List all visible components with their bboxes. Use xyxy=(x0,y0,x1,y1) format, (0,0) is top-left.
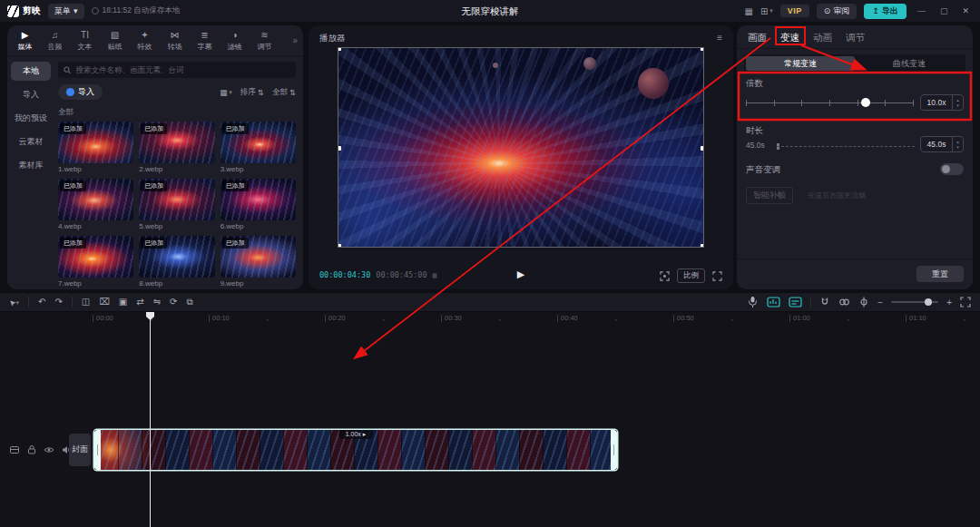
mirror-button[interactable]: ⇋ xyxy=(153,298,161,307)
timeline-zoom-slider[interactable] xyxy=(891,301,938,303)
transform-handle[interactable] xyxy=(338,244,341,248)
lock-track-icon[interactable] xyxy=(26,444,37,455)
preview-axis-toggle-icon[interactable] xyxy=(858,297,869,307)
magnet-toggle-icon[interactable] xyxy=(819,297,830,307)
curve-speed-segment[interactable]: 曲线变速 xyxy=(855,56,964,71)
normal-speed-segment[interactable]: 常规变速 xyxy=(746,56,855,71)
window-close-button[interactable]: ✕ xyxy=(958,6,973,15)
media-item[interactable]: 已添加 xyxy=(58,236,133,278)
timeline[interactable]: 00:00 00:10 00:20 00:30 00:40 00:50 01:0… xyxy=(0,312,980,527)
link-toggle-icon[interactable] xyxy=(838,297,850,307)
media-item[interactable]: 已添加 xyxy=(139,236,214,278)
stepper-down-icon[interactable]: ▾ xyxy=(956,145,959,150)
snapshot-icon[interactable] xyxy=(660,271,670,281)
media-item[interactable]: 已添加 xyxy=(139,179,214,220)
media-tab-effects[interactable]: ✦特效 xyxy=(130,30,160,52)
sort-button[interactable]: 排序⇅ xyxy=(240,87,264,98)
media-item[interactable]: 已添加 xyxy=(58,179,133,220)
video-clip[interactable]: 1.00x ▸ xyxy=(94,430,617,470)
workspace-layout-button[interactable]: ⊞▾ xyxy=(760,6,773,16)
search-input[interactable] xyxy=(76,65,290,74)
media-tab-media[interactable]: ▶媒体 xyxy=(10,30,40,52)
sidebar-item-import[interactable]: 导入 xyxy=(11,85,51,104)
preview-video[interactable] xyxy=(338,47,704,248)
split-button[interactable]: ◫ xyxy=(82,298,90,307)
undo-button[interactable]: ↶ xyxy=(38,298,45,307)
sidebar-item-cloud[interactable]: 云素材 xyxy=(11,132,51,151)
playhead[interactable] xyxy=(150,312,151,527)
audio-to-text-icon[interactable] xyxy=(767,297,780,307)
cover-button[interactable]: 封面 xyxy=(69,434,91,466)
clip-trim-handle-left[interactable] xyxy=(94,430,101,470)
sidebar-item-library[interactable]: 素材库 xyxy=(11,156,51,175)
view-mode-button[interactable]: ▦▾ xyxy=(220,88,232,97)
media-tab-adjust[interactable]: ≋调节 xyxy=(250,30,279,52)
multiplier-slider[interactable] xyxy=(746,98,913,107)
transform-handle[interactable] xyxy=(701,146,704,151)
review-button[interactable]: ⊙ 审阅 xyxy=(817,4,858,19)
stepper-up-icon[interactable]: ▴ xyxy=(956,140,959,144)
stepper-up-icon[interactable]: ▴ xyxy=(956,98,959,102)
timeline-zoom-in-button[interactable]: + xyxy=(946,298,952,307)
tab-picture[interactable]: 画面 xyxy=(748,32,767,48)
tab-animation[interactable]: 动画 xyxy=(813,32,832,48)
multiplier-stepper[interactable]: ▴▾ xyxy=(952,95,963,110)
transform-handle[interactable] xyxy=(701,244,704,248)
filter-button[interactable]: 全部⇅ xyxy=(272,87,296,98)
timeline-zoom-out-button[interactable]: − xyxy=(877,298,883,307)
transform-handle[interactable] xyxy=(338,47,341,51)
reset-button[interactable]: 重置 xyxy=(916,266,964,282)
transform-handle[interactable] xyxy=(701,47,704,51)
clip-trim-handle-right[interactable] xyxy=(611,430,617,470)
track-options-icon[interactable] xyxy=(9,444,20,455)
menu-button[interactable]: 菜单 ▾ xyxy=(48,4,84,19)
delete-button[interactable]: ⌧ xyxy=(99,298,110,307)
record-audio-icon[interactable] xyxy=(747,296,759,308)
smart-captions-icon[interactable] xyxy=(789,297,802,307)
media-item[interactable]: 已添加 xyxy=(220,236,296,278)
window-maximize-button[interactable]: ▢ xyxy=(936,6,952,15)
multiplier-slider-knob[interactable] xyxy=(861,98,870,107)
media-item[interactable]: 已添加 xyxy=(139,122,214,163)
media-tab-sticker[interactable]: ▧贴纸 xyxy=(100,30,130,52)
media-tab-text[interactable]: TI文本 xyxy=(70,30,100,52)
media-tab-filters[interactable]: ◑滤镜 xyxy=(220,30,250,52)
duration-stepper[interactable]: ▴▾ xyxy=(952,137,963,151)
timeline-zoom-knob[interactable] xyxy=(925,298,932,306)
ratio-button[interactable]: 比例 xyxy=(677,268,705,283)
sidebar-item-local[interactable]: 本地 xyxy=(11,62,51,81)
reverse-button[interactable]: ⇄ xyxy=(136,298,143,307)
select-tool-button[interactable]: ➤▾ xyxy=(9,298,19,307)
crop-button[interactable]: ⧉ xyxy=(186,298,192,307)
sidebar-item-presets[interactable]: 我的预设 xyxy=(11,109,51,128)
fit-timeline-icon[interactable] xyxy=(960,297,971,307)
multiplier-value-box[interactable]: 10.0x ▴▾ xyxy=(920,94,964,111)
playhead-handle[interactable] xyxy=(146,312,154,320)
window-minimize-button[interactable]: — xyxy=(914,6,929,15)
media-tab-transitions[interactable]: ⋈转场 xyxy=(160,30,190,52)
duration-value-box[interactable]: 45.0s ▴▾ xyxy=(920,136,964,152)
vip-badge[interactable]: VIP xyxy=(780,5,809,17)
transform-handle[interactable] xyxy=(338,146,341,151)
redo-button[interactable]: ↷ xyxy=(54,298,62,307)
import-button[interactable]: 导入 xyxy=(58,84,103,100)
play-button[interactable]: ▶ xyxy=(517,268,524,280)
media-tab-audio[interactable]: ♫音频 xyxy=(40,30,70,52)
export-button[interactable]: ↥ 导出 xyxy=(864,4,906,19)
media-item[interactable]: 已添加 xyxy=(220,179,296,220)
duration-slider[interactable] xyxy=(777,146,915,147)
hide-track-icon[interactable] xyxy=(44,444,54,455)
tab-adjust[interactable]: 调节 xyxy=(846,32,865,48)
media-tab-captions[interactable]: ≣字幕 xyxy=(190,30,220,52)
player-menu-icon[interactable]: ≡ xyxy=(717,33,722,44)
tab-speed[interactable]: 变速 xyxy=(780,32,799,48)
fullscreen-icon[interactable] xyxy=(712,271,722,281)
panel-layout-icon[interactable]: ▦ xyxy=(744,6,752,16)
search-bar[interactable] xyxy=(58,62,296,78)
smart-interpolation-chip[interactable]: 智能补帧 xyxy=(746,187,793,204)
more-tabs-chevron-icon[interactable]: » xyxy=(292,35,300,45)
stepper-down-icon[interactable]: ▾ xyxy=(956,103,959,108)
pitch-toggle[interactable] xyxy=(940,163,964,175)
rotate-button[interactable]: ⟳ xyxy=(170,298,177,307)
frame-grid-icon[interactable]: ▦ xyxy=(433,271,437,279)
